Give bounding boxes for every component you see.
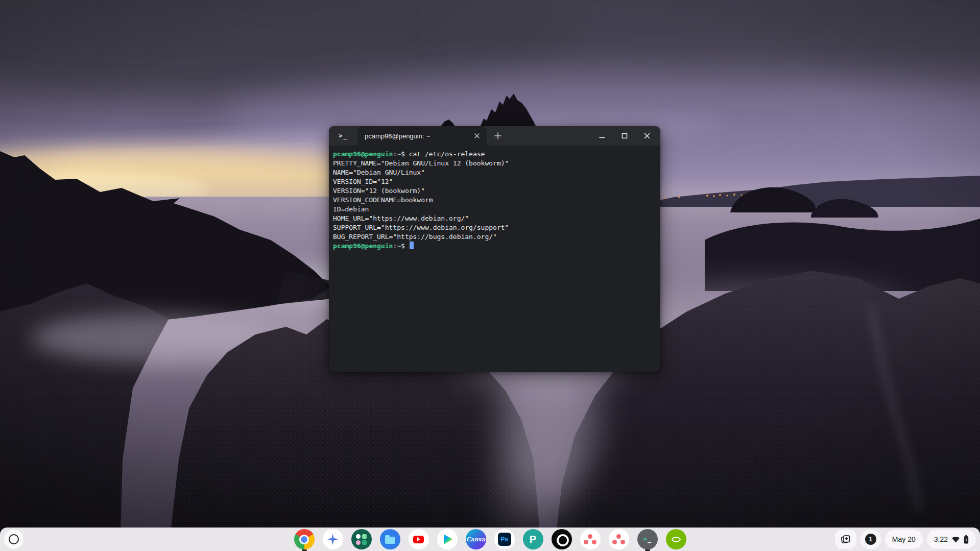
gemini-icon xyxy=(323,529,343,549)
terminal-line: PRETTY_NAME="Debian GNU/Linux 12 (bookwo… xyxy=(333,159,656,168)
terminal-icon: >_ xyxy=(637,529,658,549)
date-pill[interactable]: May 20 xyxy=(885,530,923,549)
time-label: 3:22 xyxy=(934,535,948,543)
terminal-tab[interactable]: pcamp96@penguin: ~ xyxy=(357,126,487,146)
terminal-output[interactable]: pcamp96@penguin:~$ cat /etc/os-releasePR… xyxy=(329,146,660,251)
terminal-window: >_ pcamp96@penguin: ~ xyxy=(329,126,660,372)
photoshop-app-button[interactable]: Ps xyxy=(494,529,515,549)
launcher-icon xyxy=(9,534,19,544)
seesaw-icon xyxy=(351,529,372,549)
battery-charging-icon xyxy=(964,535,969,544)
terminal-tab-title: pcamp96@penguin: ~ xyxy=(365,132,471,140)
terminal-titlebar[interactable]: >_ pcamp96@penguin: ~ xyxy=(329,126,660,146)
chatgpt-app-button[interactable] xyxy=(552,529,572,549)
quick-settings[interactable]: 3:22 xyxy=(927,530,976,549)
geforce-now-icon xyxy=(666,529,686,549)
tab-close-icon[interactable] xyxy=(471,130,483,142)
files-app-button[interactable] xyxy=(380,529,400,549)
desktop: >_ pcamp96@penguin: ~ xyxy=(0,0,980,551)
terminal-line: HOME_URL="https://www.debian.org/" xyxy=(333,214,656,223)
terminal-line: NAME="Debian GNU/Linux" xyxy=(333,168,656,177)
gemini-app-button[interactable] xyxy=(323,529,343,549)
terminal-app-button[interactable]: >_ xyxy=(637,529,658,549)
terminal-line: VERSION="12 (bookworm)" xyxy=(333,186,656,196)
terminal-cursor xyxy=(410,242,414,249)
play-store-icon xyxy=(437,529,458,549)
terminal-line: ID=debian xyxy=(333,205,656,214)
status-area: 1 May 20 3:22 xyxy=(835,530,976,549)
play-store-app-button[interactable] xyxy=(437,529,458,549)
wifi-icon xyxy=(951,536,960,543)
terminal-line: BUG_REPORT_URL="https://bugs.debian.org/… xyxy=(333,232,656,242)
date-label: May 20 xyxy=(892,535,916,543)
new-tab-button[interactable] xyxy=(487,126,509,146)
canva-app-button[interactable]: Canva xyxy=(466,529,486,549)
youtube-app-button[interactable] xyxy=(409,529,429,549)
photoshop-icon: Ps xyxy=(494,529,515,549)
minimize-button[interactable] xyxy=(597,131,607,141)
chrome-app-button[interactable] xyxy=(294,529,315,549)
terminal-line: VERSION_CODENAME=bookworm xyxy=(333,196,656,205)
tote-icon xyxy=(840,534,851,545)
terminal-line: SUPPORT_URL="https://www.debian.org/supp… xyxy=(333,223,656,232)
asana-icon xyxy=(609,529,629,549)
chrome-icon xyxy=(294,529,315,549)
asana-app-button[interactable] xyxy=(580,529,601,549)
chatgpt-icon xyxy=(552,529,572,549)
padlet-icon: P xyxy=(523,529,543,549)
window-controls xyxy=(597,126,660,146)
terminal-line: pcamp96@penguin:~$ xyxy=(333,242,656,251)
terminal-line: pcamp96@penguin:~$ cat /etc/os-release xyxy=(333,150,656,159)
asana-app-button[interactable] xyxy=(609,529,629,549)
terminal-app-icon: >_ xyxy=(329,126,357,146)
close-button[interactable] xyxy=(642,131,652,141)
canva-icon: Canva xyxy=(466,529,486,549)
shelf: CanvaPsP>_ 1 May 20 3:22 xyxy=(0,528,980,551)
shelf-apps: CanvaPsP>_ xyxy=(294,529,686,549)
launcher-button[interactable] xyxy=(4,530,23,549)
notification-counter[interactable]: 1 xyxy=(861,530,881,549)
terminal-line: VERSION_ID="12" xyxy=(333,177,656,186)
asana-icon xyxy=(580,529,601,549)
seesaw-app-button[interactable] xyxy=(351,529,372,549)
geforce-now-app-button[interactable] xyxy=(666,529,686,549)
tote-button[interactable] xyxy=(835,530,856,549)
padlet-app-button[interactable]: P xyxy=(523,529,543,549)
notification-count: 1 xyxy=(865,534,876,545)
maximize-button[interactable] xyxy=(619,131,630,141)
youtube-icon xyxy=(409,529,429,549)
files-icon xyxy=(380,529,400,549)
